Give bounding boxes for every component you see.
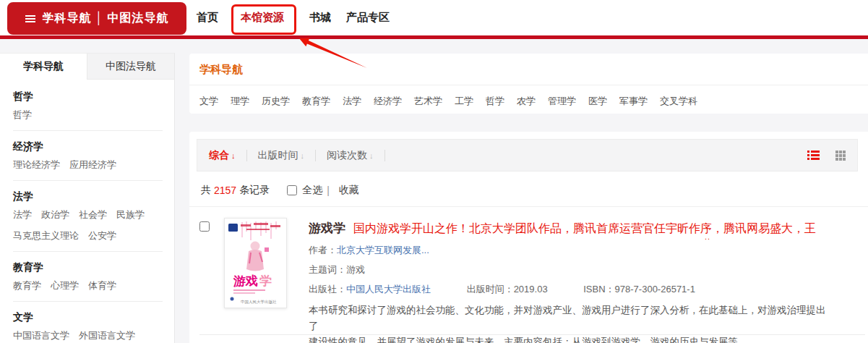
- subject-links: 文学理学历史学教育学法学经济学艺术学工学哲学农学管理学医学军事学交叉学科: [189, 85, 868, 117]
- pubdate-label: 出版时间：: [467, 284, 514, 295]
- book-row-divider: [199, 334, 865, 335]
- menu-icon: [25, 15, 35, 22]
- book-subject-line: 主题词：游戏: [309, 263, 828, 276]
- sidebar-link[interactable]: 法学: [13, 208, 32, 221]
- sidebar-groups: 哲学哲学经济学理论经济学应用经济学法学法学政治学社会学民族学马克思主义理论公安学…: [0, 80, 174, 343]
- sort-option[interactable]: 出版时间↓: [258, 149, 305, 162]
- logo-text: 学科导航 │ 中图法导航: [43, 11, 169, 26]
- book-checkbox[interactable]: [199, 221, 210, 232]
- subject-link[interactable]: 管理学: [548, 95, 576, 108]
- subject-link[interactable]: 军事学: [619, 95, 648, 108]
- subject-link[interactable]: 历史学: [262, 95, 290, 108]
- sidebar-link[interactable]: 政治学: [41, 208, 69, 221]
- sidebar-group-title[interactable]: 哲学: [13, 90, 163, 103]
- sidebar-link[interactable]: 理论经济学: [13, 158, 60, 172]
- sort-down-icon: ↓: [231, 151, 236, 160]
- sidebar-group: 经济学理论经济学应用经济学: [13, 140, 163, 181]
- nav-item-3[interactable]: 书城: [309, 11, 331, 25]
- subtitle-truncation-ellipsis: ..: [705, 232, 710, 241]
- sidebar-link[interactable]: 外国语言文学: [79, 329, 135, 342]
- select-all-label[interactable]: 全选: [302, 184, 322, 197]
- sidebar-link[interactable]: 应用经济学: [69, 158, 116, 172]
- author-label: 作者：: [309, 245, 337, 255]
- subject-link[interactable]: 哲学: [486, 95, 504, 108]
- cover-title-main: 游戏: [233, 274, 258, 288]
- sidebar-link[interactable]: 中国语言文学: [13, 329, 69, 342]
- list-view-icon[interactable]: [807, 151, 820, 160]
- view-switcher: [807, 151, 846, 161]
- records-count-suffix: 条记录: [239, 184, 270, 197]
- cover-publisher-line: 中国人民大学出版社: [241, 300, 277, 305]
- author-link[interactable]: 北京大学互联网发展...: [337, 245, 429, 255]
- sidebar-group-links: 中国语言文学外国语言文学新闻传播学: [13, 329, 163, 343]
- sidebar-link[interactable]: 教育学: [13, 279, 41, 292]
- subject-link[interactable]: 教育学: [302, 95, 330, 108]
- sidebar-group-title[interactable]: 教育学: [13, 261, 163, 274]
- sidebar-link[interactable]: 社会学: [79, 208, 107, 221]
- book-details: 游戏学国内游戏学开山之作！北京大学团队作品，腾讯首席运营官任宇昕作序，腾讯网易盛…: [309, 218, 828, 343]
- sidebar-link[interactable]: 体育学: [88, 279, 116, 292]
- cover-title-sub: 学: [259, 274, 272, 288]
- sort-option-label: 出版时间: [258, 149, 298, 162]
- sidebar-link[interactable]: 马克思主义理论: [13, 229, 79, 242]
- book-list-item: 游戏 学 中国人民大学出版社 游戏学国内游戏学开山之作！北京大学团队作品，腾讯首…: [189, 207, 868, 343]
- publisher-link[interactable]: 中国人民大学出版社: [346, 284, 431, 295]
- app-logo[interactable]: 学科导航 │ 中图法导航: [7, 2, 186, 35]
- favorite-label[interactable]: 收藏: [339, 184, 359, 197]
- sidebar-group-title[interactable]: 经济学: [13, 140, 163, 153]
- pubdate-value: 2019.03: [514, 284, 548, 295]
- subject-link[interactable]: 艺术学: [414, 95, 442, 108]
- sidebar-tabs: 学科导航中图法导航: [0, 54, 174, 80]
- subject-link[interactable]: 经济学: [374, 95, 402, 108]
- top-header: 学科导航 │ 中图法导航 首页本馆资源书城产品专区: [0, 0, 868, 35]
- subject-link[interactable]: 交叉学科: [660, 95, 697, 108]
- book-title-link[interactable]: 游戏学: [309, 221, 345, 235]
- cover-badge: [228, 224, 238, 232]
- nav-item-4[interactable]: 产品专区: [346, 11, 390, 25]
- subject-label: 主题词：: [309, 264, 346, 275]
- book-subtitle: 国内游戏学开山之作！北京大学团队作品，腾讯首席运营官任宇昕作序，腾讯网易盛大，王: [353, 222, 816, 234]
- book-title-line: 游戏学国内游戏学开山之作！北京大学团队作品，腾讯首席运营官任宇昕作序，腾讯网易盛…: [309, 220, 828, 237]
- sort-option-label: 阅读次数: [327, 149, 367, 162]
- subject-link[interactable]: 法学: [343, 95, 361, 108]
- sort-down-icon: ↓: [301, 151, 305, 160]
- nav-item-2[interactable]: 本馆资源: [241, 11, 284, 25]
- book-publish-line: 出版社：中国人民大学出版社 出版时间：2019.03 ISBN：978-7-30…: [309, 283, 828, 296]
- grid-view-icon[interactable]: [835, 151, 846, 161]
- sidebar-link[interactable]: 哲学: [13, 109, 32, 122]
- sort-option[interactable]: 阅读次数↓: [327, 149, 374, 162]
- sidebar-tab-1[interactable]: 学科导航: [0, 54, 87, 80]
- sidebar-link[interactable]: 心理学: [51, 279, 79, 292]
- sidebar-tab-2[interactable]: 中图法导航: [87, 54, 174, 80]
- description-line: 建设性的意见，并展望了游戏的发展与未来。主要内容包括：从游戏到游戏学、游戏的历史…: [309, 334, 828, 343]
- label-separator: |: [327, 185, 330, 196]
- book-description: 本书研究和探讨了游戏的社会功能、文化功能，并对游戏产业、游戏用户进行了深入分析，…: [309, 302, 828, 343]
- sidebar-link[interactable]: 民族学: [116, 208, 145, 221]
- main-nav: 首页本馆资源书城产品专区: [197, 0, 390, 35]
- records-count-prefix: 共: [201, 184, 211, 197]
- nav-item-1[interactable]: 首页: [197, 11, 218, 25]
- book-cover[interactable]: 游戏 学 中国人民大学出版社: [224, 218, 287, 308]
- sort-option[interactable]: 综合↓: [209, 149, 236, 162]
- subject-link[interactable]: 文学: [199, 95, 218, 108]
- sort-option-label: 综合: [209, 149, 229, 162]
- subject-link[interactable]: 理学: [231, 95, 249, 108]
- sidebar-group-title[interactable]: 法学: [13, 190, 163, 203]
- select-all-checkbox[interactable]: [287, 185, 297, 195]
- section-title: 学科导航: [189, 54, 868, 85]
- results-panel: 综合↓出版时间↓阅读次数↓ 共 2157 条记录 全选: [189, 132, 868, 343]
- sidebar-group: 文学中国语言文学外国语言文学新闻传播学: [13, 311, 163, 343]
- sidebar-group-title[interactable]: 文学: [13, 311, 163, 324]
- subject-nav-panel: 学科导航 文学理学历史学教育学法学经济学艺术学工学哲学农学管理学医学军事学交叉学…: [189, 54, 868, 114]
- sidebar-group-links: 理论经济学应用经济学: [13, 158, 163, 180]
- records-bar: 共 2157 条记录 全选 | 收藏: [189, 172, 868, 207]
- records-count: 2157: [214, 185, 236, 196]
- sidebar-group: 教育学教育学心理学体育学: [13, 261, 163, 302]
- subject-link[interactable]: 农学: [517, 95, 536, 108]
- subject-value: 游戏: [346, 264, 365, 275]
- subject-link[interactable]: 医学: [588, 95, 607, 108]
- sidebar-link[interactable]: 公安学: [88, 229, 116, 242]
- subject-link[interactable]: 工学: [455, 95, 473, 108]
- header-red-bar: [0, 35, 868, 39]
- sidebar-group: 哲学哲学: [13, 90, 163, 131]
